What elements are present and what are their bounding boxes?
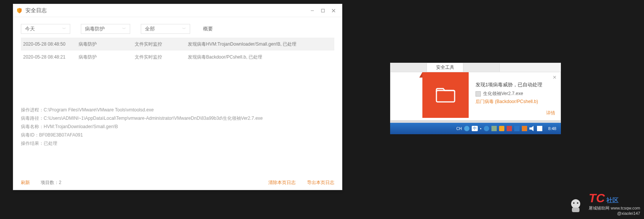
tab-security-tools[interactable]: 安全工具 bbox=[427, 63, 463, 72]
detail-process: 操作进程：C:\Program Files\VMware\VMware Tool… bbox=[21, 106, 334, 114]
alert-banner bbox=[422, 72, 469, 118]
svg-rect-1 bbox=[321, 9, 324, 12]
tab-blank[interactable] bbox=[390, 63, 427, 72]
ime-lang[interactable]: CH bbox=[457, 127, 462, 131]
tray-separator: • bbox=[480, 127, 482, 131]
detail-result: 操作结果：已处理 bbox=[21, 139, 334, 148]
tab-blank[interactable] bbox=[463, 63, 500, 72]
tool-icon[interactable] bbox=[491, 126, 497, 131]
footer-bar: 刷新 项目数：2 清除本页日志 导出本页日志 bbox=[21, 179, 334, 186]
mascot-icon bbox=[567, 196, 585, 216]
volume-icon[interactable] bbox=[529, 126, 535, 131]
notification-body: 发现1项病毒威胁，已自动处理 生化领袖Ver2.7.exe 后门病毒 (Back… bbox=[476, 81, 555, 105]
svg-point-6 bbox=[573, 202, 575, 204]
date-filter-label: 今天 bbox=[25, 25, 35, 32]
cell-type: 病毒防护 bbox=[79, 41, 135, 48]
details-panel: 操作进程：C:\Program Files\VMware\VMware Tool… bbox=[21, 105, 334, 148]
detail-virus-name: 病毒名称：HVM:TrojanDownloader/Small.gen!B bbox=[21, 122, 334, 131]
notification-area: 安全工具 ✕ 发现1项病毒威胁，已自动处理 生化领袖Ver2.7.exe 后门病… bbox=[390, 63, 561, 134]
tray-app-icon[interactable] bbox=[507, 126, 512, 131]
summary-header: 概要 bbox=[201, 24, 215, 34]
notification-file: 生化领袖Ver2.7.exe bbox=[476, 90, 555, 97]
table-row[interactable]: 2020-05-28 08:48:21 病毒防护 文件实时监控 发现病毒Back… bbox=[21, 51, 334, 63]
titlebar: 安全日志 bbox=[13, 4, 342, 17]
brand-main: TC bbox=[589, 191, 605, 205]
svg-rect-8 bbox=[572, 208, 579, 212]
refresh-button[interactable]: 刷新 bbox=[21, 179, 30, 186]
chevron-down-icon: ﹀ bbox=[182, 26, 186, 32]
tray-app-icon[interactable] bbox=[514, 126, 520, 131]
security-log-window: 安全日志 今天 ﹀ 病毒防护 ﹀ 全部 ﹀ 概要 2020-05-28 08:4… bbox=[13, 4, 342, 190]
cell-summary: 发现病毒Backdoor/PCshell.b, 已处理 bbox=[188, 54, 334, 60]
system-tray: CH 中 • 8:48 bbox=[457, 126, 559, 131]
virus-notification: ✕ 发现1项病毒威胁，已自动处理 生化领袖Ver2.7.exe 后门病毒 (Ba… bbox=[390, 72, 561, 121]
chevron-down-icon: ﹀ bbox=[122, 26, 126, 32]
cell-source: 文件实时监控 bbox=[135, 41, 188, 48]
threat-name: 后门病毒 (Backdoor/PCshell.b) bbox=[476, 98, 555, 105]
cell-summary: 发现病毒HVM:TrojanDownloader/Small.gen!B, 已处… bbox=[188, 41, 334, 48]
date-filter-dropdown[interactable]: 今天 ﹀ bbox=[21, 24, 70, 34]
table-row[interactable]: 2020-05-28 08:48:50 病毒防护 文件实时监控 发现病毒HVM:… bbox=[21, 38, 334, 51]
log-rows: 2020-05-28 08:48:50 病毒防护 文件实时监控 发现病毒HVM:… bbox=[21, 38, 334, 63]
scope-filter-label: 全部 bbox=[145, 25, 155, 32]
help-icon[interactable] bbox=[484, 126, 489, 131]
cell-time: 2020-05-28 08:48:21 bbox=[21, 54, 79, 60]
network-icon[interactable] bbox=[537, 126, 542, 131]
penguin-icon[interactable] bbox=[464, 126, 469, 131]
app-shield-icon bbox=[16, 8, 22, 14]
taskbar-clock[interactable]: 8:48 bbox=[548, 126, 556, 131]
category-filter-dropdown[interactable]: 病毒防护 ﹀ bbox=[81, 24, 130, 34]
detail-path: 病毒路径：C:\Users\ADMINI~1\AppData\Local\Tem… bbox=[21, 114, 334, 122]
watermark: TC 社区 屠城辅助网 www.tcsqw.com @xiaolei147 bbox=[567, 191, 640, 216]
scope-filter-dropdown[interactable]: 全部 ﹀ bbox=[141, 24, 190, 34]
watermark-site: 屠城辅助网 www.tcsqw.com bbox=[589, 205, 640, 211]
exe-file-icon bbox=[476, 91, 481, 97]
folder-icon bbox=[435, 87, 456, 103]
close-icon[interactable]: ✕ bbox=[553, 75, 557, 80]
tab-strip: 安全工具 bbox=[390, 63, 561, 72]
taskbar: CH 中 • 8:48 bbox=[390, 123, 561, 134]
cell-type: 病毒防护 bbox=[79, 54, 135, 60]
category-filter-label: 病毒防护 bbox=[85, 25, 105, 32]
svg-point-7 bbox=[577, 202, 578, 204]
svg-rect-4 bbox=[436, 90, 455, 102]
cell-time: 2020-05-28 08:48:50 bbox=[21, 41, 79, 47]
tab-label: 安全工具 bbox=[436, 64, 454, 71]
ime-indicator[interactable]: 中 bbox=[472, 126, 478, 131]
detail-link[interactable]: 详情 bbox=[546, 110, 555, 116]
clear-log-button[interactable]: 清除本页日志 bbox=[268, 179, 296, 186]
detail-virus-id: 病毒ID：BF0B9E3B07AFA091 bbox=[21, 131, 334, 139]
maximize-button[interactable] bbox=[318, 6, 328, 15]
cell-source: 文件实时监控 bbox=[135, 54, 188, 60]
shield-icon[interactable] bbox=[499, 126, 504, 131]
watermark-handle: @xiaolei147 bbox=[589, 211, 640, 216]
filter-bar: 今天 ﹀ 病毒防护 ﹀ 全部 ﹀ 概要 bbox=[13, 17, 342, 38]
item-count: 项目数：2 bbox=[41, 179, 61, 186]
chevron-down-icon: ﹀ bbox=[62, 26, 66, 32]
window-title: 安全日志 bbox=[25, 7, 307, 14]
svg-point-5 bbox=[571, 199, 580, 208]
notification-title: 发现1项病毒威胁，已自动处理 bbox=[476, 81, 555, 88]
file-name: 生化领袖Ver2.7.exe bbox=[483, 90, 523, 97]
tray-app-icon[interactable] bbox=[522, 126, 527, 131]
close-button[interactable] bbox=[328, 6, 339, 15]
export-log-button[interactable]: 导出本页日志 bbox=[307, 179, 334, 186]
minimize-button[interactable] bbox=[307, 6, 318, 15]
brand-sub: 社区 bbox=[606, 197, 619, 205]
